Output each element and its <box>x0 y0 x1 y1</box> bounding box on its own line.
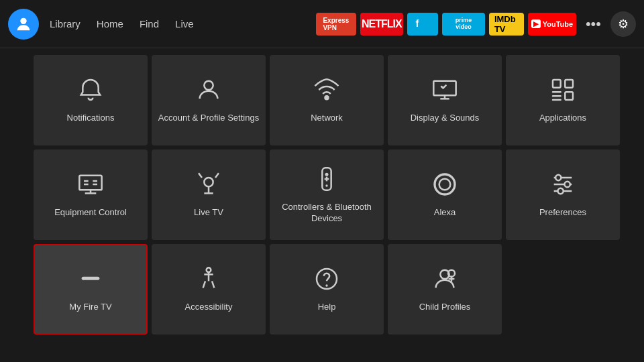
tile-network[interactable]: Network <box>270 55 384 145</box>
prime-btn[interactable]: primevideo <box>442 13 485 36</box>
svg-point-0 <box>20 17 26 23</box>
antenna-icon <box>195 171 222 200</box>
svg-point-32 <box>558 188 564 194</box>
svg-point-24 <box>325 184 327 186</box>
nav-live[interactable]: Live <box>175 18 194 29</box>
remote-icon <box>313 166 340 195</box>
tile-help[interactable]: Help <box>270 244 384 335</box>
nav-find[interactable]: Find <box>140 18 159 29</box>
settings-button[interactable]: ⚙ <box>610 11 636 37</box>
help-icon <box>313 265 340 295</box>
alexa-icon <box>431 171 458 200</box>
tile-my-fire-tv-label: My Fire TV <box>64 302 117 313</box>
app-icons-bar: ExpressVPN NETFLIX f primevideo IMDb TV … <box>316 13 576 36</box>
svg-text:f: f <box>415 18 419 29</box>
expressvpn-btn[interactable]: ExpressVPN <box>316 13 356 36</box>
accessibility-icon <box>195 265 222 295</box>
more-apps-button[interactable]: ••• <box>582 13 605 36</box>
nav-home[interactable]: Home <box>97 18 123 29</box>
tile-preferences[interactable]: Preferences <box>506 149 620 240</box>
tile-alexa-label: Alexa <box>429 207 462 219</box>
wifi-icon <box>313 76 340 106</box>
svg-rect-9 <box>565 92 573 100</box>
display-icon <box>431 76 458 106</box>
tile-child-profiles-label: Child Profiles <box>414 302 476 313</box>
tile-controllers[interactable]: Controllers & Bluetooth Devices <box>270 149 384 240</box>
tile-alexa[interactable]: Alexa <box>388 149 502 240</box>
netflix-btn[interactable]: NETFLIX <box>360 13 403 36</box>
child-profiles-icon <box>431 265 458 295</box>
svg-point-2 <box>204 81 213 90</box>
svg-point-34 <box>207 267 211 272</box>
top-navigation: Library Home Find Live ExpressVPN NETFLI… <box>0 0 644 48</box>
firetv-icon <box>77 265 104 295</box>
tile-display-sounds[interactable]: Display & Sounds <box>388 55 502 145</box>
svg-rect-4 <box>433 81 455 96</box>
tile-live-tv-label: Live TV <box>189 207 229 219</box>
nav-library[interactable]: Library <box>50 18 80 29</box>
person-icon <box>195 76 222 106</box>
freevee-btn[interactable]: f <box>407 13 438 36</box>
sliders-icon <box>549 171 576 200</box>
tile-child-profiles[interactable]: Child Profiles <box>388 244 502 335</box>
svg-point-26 <box>439 179 451 190</box>
tile-account-profile[interactable]: Account & Profile Settings <box>152 55 266 145</box>
tile-display-label: Display & Sounds <box>405 113 485 124</box>
tile-network-label: Network <box>305 113 348 124</box>
settings-grid: Notifications Account & Profile Settings… <box>34 55 610 335</box>
svg-rect-33 <box>82 277 100 280</box>
tile-equipment-label: Equipment Control <box>49 207 132 219</box>
svg-rect-10 <box>79 176 101 190</box>
tile-help-label: Help <box>313 302 341 313</box>
tile-controllers-label: Controllers & Bluetooth Devices <box>270 202 384 225</box>
tile-applications-label: Applications <box>534 113 592 124</box>
tile-account-label: Account & Profile Settings <box>153 113 264 124</box>
apps-icon <box>549 76 576 106</box>
svg-point-37 <box>325 284 327 286</box>
nav-links: Library Home Find Live <box>50 18 194 29</box>
tile-equipment-control[interactable]: Equipment Control <box>34 149 148 240</box>
tile-preferences-label: Preferences <box>534 207 592 219</box>
svg-point-17 <box>204 178 213 186</box>
tile-notifications[interactable]: Notifications <box>34 55 148 145</box>
tile-accessibility-label: Accessibility <box>180 302 238 313</box>
user-avatar[interactable] <box>8 9 39 40</box>
monitor-icon <box>77 171 104 200</box>
svg-rect-8 <box>565 80 573 88</box>
svg-rect-7 <box>553 80 561 88</box>
svg-point-3 <box>325 96 329 99</box>
imdb-btn[interactable]: IMDb TV <box>489 13 524 36</box>
bell-icon <box>77 76 104 106</box>
tile-notifications-label: Notifications <box>62 113 120 124</box>
svg-point-21 <box>325 172 329 176</box>
tile-my-fire-tv[interactable]: My Fire TV <box>34 244 148 335</box>
tile-applications[interactable]: Applications <box>506 55 620 145</box>
tile-accessibility[interactable]: Accessibility <box>152 244 266 335</box>
settings-area: Notifications Account & Profile Settings… <box>0 48 644 341</box>
tile-live-tv[interactable]: Live TV <box>152 149 266 240</box>
svg-point-31 <box>565 182 570 187</box>
youtube-btn[interactable]: ▶YouTube <box>528 13 576 36</box>
svg-point-25 <box>435 174 455 194</box>
svg-point-30 <box>555 175 561 180</box>
